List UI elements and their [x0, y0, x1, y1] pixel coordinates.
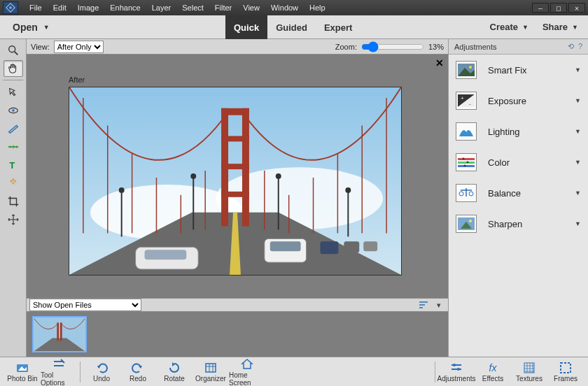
menu-select[interactable]: Select [176, 3, 209, 12]
bottom-toolbar: Photo Bin Tool Options Undo Redo Rotate … [0, 357, 588, 386]
svg-rect-60 [458, 158, 475, 160]
after-label: After [69, 76, 85, 84]
svg-rect-52 [60, 322, 62, 341]
document-canvas[interactable] [69, 87, 402, 276]
svg-rect-48 [363, 241, 377, 251]
svg-point-39 [276, 174, 281, 178]
menu-view[interactable]: View [237, 3, 265, 12]
move-tool[interactable] [4, 211, 23, 228]
adjustment-lighting[interactable]: Lighting▼ [449, 116, 588, 147]
zoom-label: Zoom: [335, 43, 357, 51]
adjustments-panel: Adjustments ⟲? Smart Fix▼ +- Exposure▼ L… [448, 39, 588, 357]
homescreen-button[interactable]: Home Screen [229, 359, 265, 385]
svg-rect-62 [458, 165, 475, 167]
effects-button[interactable]: fxEffects [475, 359, 511, 385]
bin-menu-button[interactable]: ▾ [433, 299, 445, 310]
redo-button[interactable]: Redo [120, 359, 156, 385]
view-label: View: [31, 43, 50, 51]
svg-rect-20 [221, 164, 249, 169]
svg-point-69 [469, 192, 473, 196]
open-label: Open [13, 22, 38, 33]
whiten-teeth-tool[interactable] [4, 120, 23, 137]
svg-rect-43 [145, 250, 187, 259]
svg-point-88 [457, 368, 460, 371]
menu-enhance[interactable]: Enhance [104, 3, 146, 12]
share-menu-button[interactable]: Share▼ [538, 22, 582, 32]
window-maximize-button[interactable]: □ [550, 3, 567, 13]
photo-bin [27, 312, 448, 357]
adjustment-smartfix[interactable]: Smart Fix▼ [449, 55, 588, 85]
organizer-button[interactable]: Organizer [192, 359, 229, 385]
svg-text:T: T [9, 161, 15, 171]
rotate-button[interactable]: Rotate [156, 359, 192, 385]
svg-rect-47 [344, 241, 359, 252]
adjustments-button[interactable]: Adjustments [438, 359, 475, 385]
lighting-icon [456, 122, 477, 141]
svg-point-5 [12, 109, 15, 112]
adjustment-color[interactable]: Color▼ [449, 147, 588, 178]
caret-down-icon: ▼ [43, 24, 50, 31]
svg-point-72 [469, 220, 472, 222]
zoom-tool[interactable] [4, 42, 23, 59]
color-icon [456, 153, 477, 171]
smartfix-icon [456, 61, 477, 79]
mode-tab-expert[interactable]: Expert [316, 15, 360, 39]
straighten-tool[interactable] [4, 138, 23, 155]
photo-bin-bar: Show Open Files ▾ [27, 298, 448, 312]
spot-heal-tool[interactable] [4, 175, 23, 192]
tooloptions-button[interactable]: Tool Options [41, 359, 77, 385]
hand-tool[interactable] [4, 60, 23, 77]
view-dropdown[interactable]: After Only [54, 41, 104, 53]
bin-filter-dropdown[interactable]: Show Open Files [29, 299, 141, 311]
menu-edit[interactable]: Edit [48, 3, 72, 12]
redeye-tool[interactable] [4, 102, 23, 119]
adjustment-balance[interactable]: Balance▼ [449, 178, 588, 208]
create-menu-button[interactable]: Create▼ [486, 22, 533, 32]
menu-help[interactable]: Help [304, 3, 331, 12]
textures-button[interactable]: Textures [511, 359, 547, 385]
crop-tool[interactable] [4, 193, 23, 210]
window-close-button[interactable]: ✕ [568, 3, 585, 13]
photo-bin-thumbnail[interactable] [32, 316, 87, 352]
svg-point-37 [191, 174, 195, 178]
open-menu-button[interactable]: Open ▼ [0, 15, 62, 38]
svg-rect-90 [561, 363, 570, 373]
svg-marker-84 [242, 359, 252, 369]
quick-select-tool[interactable] [4, 84, 23, 101]
window-minimize-button[interactable]: — [532, 3, 549, 13]
menubar: File Edit Image Enhance Layer Select Fil… [0, 0, 588, 15]
menu-layer[interactable]: Layer [146, 3, 177, 12]
undo-button[interactable]: Undo [83, 359, 120, 385]
svg-rect-46 [320, 241, 338, 254]
modebar: Open ▼ Quick Guided Expert Create▼ Share… [0, 15, 588, 39]
svg-point-1 [9, 6, 12, 9]
menu-image[interactable]: Image [72, 3, 105, 12]
adjustment-exposure[interactable]: +- Exposure▼ [449, 85, 588, 116]
menu-file[interactable]: File [24, 3, 48, 12]
panel-help-icon[interactable]: ? [578, 42, 582, 51]
svg-text:-: - [469, 101, 471, 107]
exposure-icon: +- [456, 92, 477, 110]
svg-text:+: + [461, 95, 464, 101]
svg-rect-51 [57, 322, 59, 341]
mode-tab-guided[interactable]: Guided [267, 15, 316, 39]
caret-down-icon: ▼ [522, 24, 528, 31]
svg-line-3 [14, 52, 18, 55]
panel-reset-icon[interactable]: ⟲ [568, 42, 574, 51]
adjustment-sharpen[interactable]: Sharpen▼ [449, 208, 588, 239]
menu-window[interactable]: Window [265, 3, 304, 12]
frames-button[interactable]: Frames [547, 359, 584, 385]
menu-filter[interactable]: Filter [209, 3, 237, 12]
adjustments-title: Adjustments [454, 43, 497, 51]
view-bar: View: After Only Zoom: 13% [27, 39, 448, 55]
bin-sort-button[interactable] [417, 299, 430, 310]
zoom-slider[interactable] [361, 41, 424, 52]
app-logo [3, 1, 18, 14]
close-document-button[interactable]: ✕ [435, 57, 444, 69]
type-tool[interactable]: T [4, 157, 23, 173]
svg-rect-80 [206, 364, 216, 372]
mode-tab-quick[interactable]: Quick [225, 15, 267, 39]
svg-rect-45 [270, 241, 301, 251]
caret-down-icon: ▼ [572, 24, 578, 31]
photobin-button[interactable]: Photo Bin [4, 359, 41, 385]
